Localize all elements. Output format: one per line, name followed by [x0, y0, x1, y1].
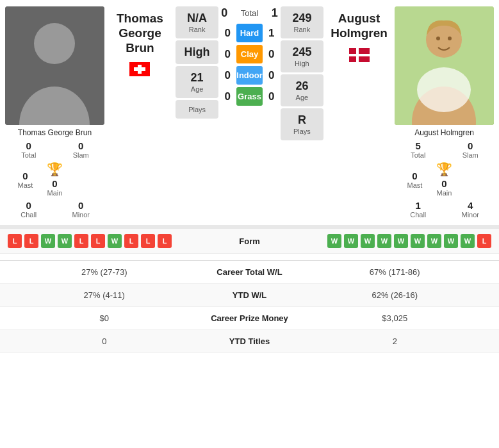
right-big-name: August Holmgren — [326, 12, 392, 41]
clay-right-score: 0 — [265, 48, 278, 61]
total-right-score: 1 — [272, 6, 278, 20]
right-main-value: 0 — [436, 178, 452, 189]
left-form-badges: L L W W L L W L L L — [8, 234, 211, 248]
right-chall-label: Chall — [410, 211, 426, 219]
surface-hard-row: 0 Hard 1 — [221, 24, 277, 42]
right-mast-value: 0 — [395, 170, 435, 181]
stat-row-1: 27% (4-11) YTD W/L 62% (26-16) — [0, 284, 499, 307]
right-lower-stats: 1 Chall 4 Minor — [395, 200, 494, 221]
right-badge-9: L — [477, 234, 491, 248]
left-player-name: Thomas George Brun — [18, 128, 92, 137]
left-badge-4: L — [74, 234, 88, 248]
left-chall-label: Chall — [20, 211, 37, 219]
right-badge-4: W — [394, 234, 408, 248]
trophy-icon-right: 🏆 — [436, 163, 452, 176]
left-badge-7: L — [124, 234, 138, 248]
stat-center-3: YTD Titles — [199, 336, 301, 346]
surface-grass-row: 0 Grass 0 — [221, 87, 277, 106]
total-label: Total — [241, 8, 258, 18]
right-plays-box: R Plays — [281, 108, 323, 140]
right-rank-box: 249 Rank — [281, 6, 323, 38]
left-player-stats: 0 Total 0 Slam — [5, 140, 104, 162]
hard-right-score: 1 — [265, 27, 278, 40]
left-plays-box: Plays — [176, 100, 218, 119]
right-player-card: August Holmgren 5 Total 0 Slam 0 Mast 🏆 … — [395, 6, 494, 221]
right-player-photo — [395, 6, 494, 125]
left-badge-8: L — [141, 234, 155, 248]
right-player-name: August Holmgren — [414, 128, 474, 137]
right-trophy-section: 0 Mast 🏆 0 Main — [395, 163, 494, 197]
right-total-value: 5 — [416, 140, 421, 151]
right-minor-value: 4 — [468, 200, 473, 211]
right-high-box: 245 High — [281, 40, 323, 72]
left-player-photo — [5, 6, 104, 125]
left-main-label: Main — [47, 189, 63, 197]
center-surfaces: 0 Total 1 0 Hard 1 0 Clay 0 0 Indoor 0 0… — [221, 6, 277, 106]
svg-rect-8 — [349, 54, 370, 56]
indoor-left-score: 0 — [221, 69, 234, 82]
left-minor-value: 0 — [78, 200, 83, 211]
left-minor-label: Minor — [72, 211, 90, 219]
left-chall-value: 0 — [26, 200, 31, 211]
trophy-icon-left: 🏆 — [47, 163, 63, 176]
stat-left-2: $0 — [10, 313, 199, 323]
right-plays-value: R — [283, 113, 321, 127]
left-mast-value: 0 — [5, 170, 45, 181]
stat-right-2: $3,025 — [301, 313, 489, 323]
svg-point-12 — [417, 67, 471, 112]
stat-left-3: 0 — [10, 336, 199, 346]
left-lower-stats: 0 Chall 0 Minor — [5, 200, 104, 221]
grass-button[interactable]: Grass — [236, 87, 262, 106]
left-plays-label: Plays — [178, 106, 216, 113]
left-age-label: Age — [178, 85, 216, 93]
stat-right-1: 62% (26-16) — [301, 290, 489, 300]
form-row: L L W W L L W L L L Form W W W W W W W W… — [0, 229, 499, 254]
svg-point-1 — [34, 23, 75, 64]
svg-point-13 — [436, 37, 440, 40]
right-age-value: 26 — [283, 79, 321, 93]
stat-left-0: 27% (27-73) — [10, 267, 199, 277]
left-high-box: High — [176, 40, 218, 64]
right-rank-label: Rank — [283, 26, 321, 33]
right-chall-value: 1 — [416, 200, 421, 211]
surface-indoor-row: 0 Indoor 0 — [221, 66, 277, 85]
left-rank-label: Rank — [178, 26, 216, 33]
right-main-label: Main — [436, 189, 452, 197]
left-flag — [129, 60, 150, 81]
surface-clay-row: 0 Clay 0 — [221, 45, 277, 63]
hard-button[interactable]: Hard — [236, 24, 262, 42]
clay-left-score: 0 — [221, 48, 234, 61]
svg-point-14 — [448, 37, 452, 40]
clay-button[interactable]: Clay — [236, 45, 262, 63]
indoor-right-score: 0 — [265, 69, 278, 82]
stat-row-0: 27% (27-73) Career Total W/L 67% (171-86… — [0, 261, 499, 284]
right-high-value: 245 — [283, 46, 321, 59]
left-badge-1: L — [24, 234, 38, 248]
left-player-card: Thomas George Brun 0 Total 0 Slam 0 Mast… — [5, 6, 104, 221]
left-name-block: Thomas George Brun — [107, 6, 173, 81]
indoor-button[interactable]: Indoor — [236, 66, 262, 85]
svg-rect-5 — [134, 67, 145, 71]
left-rank-box: N/A Rank — [176, 6, 218, 38]
form-label: Form — [211, 236, 288, 246]
right-mid-panel: 249 Rank 245 High 26 Age R Plays — [281, 6, 323, 140]
total-line: 0 Total 1 — [221, 6, 277, 20]
left-age-value: 21 — [178, 71, 216, 85]
right-badge-8: W — [461, 234, 475, 248]
left-badge-9: L — [158, 234, 172, 248]
left-badge-2: W — [41, 234, 55, 248]
right-minor-label: Minor — [461, 211, 479, 219]
right-age-label: Age — [283, 94, 321, 101]
right-badge-1: W — [344, 234, 358, 248]
left-slam-label: Slam — [73, 151, 89, 159]
left-rank-value: N/A — [178, 12, 216, 25]
left-slam-value: 0 — [78, 140, 83, 151]
total-left-score: 0 — [221, 6, 227, 20]
left-badge-6: W — [108, 234, 122, 248]
left-total-label: Total — [21, 151, 36, 159]
right-age-box: 26 Age — [281, 74, 323, 106]
stat-row-3: 0 YTD Titles 2 — [0, 330, 499, 353]
left-badge-3: W — [58, 234, 72, 248]
left-main-value: 0 — [47, 178, 63, 189]
grass-left-score: 0 — [221, 90, 234, 103]
